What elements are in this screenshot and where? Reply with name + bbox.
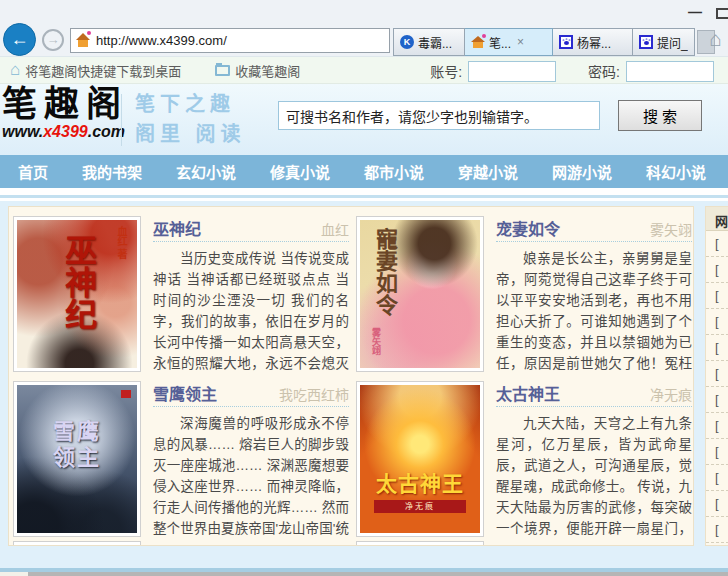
tab-bar: K 毒霸... 笔... × 杨幂... 提问_... xyxy=(393,28,695,56)
book-title-link[interactable]: 雪鹰领主 xyxy=(153,386,217,403)
bookmark-link-label: 收藏笔趣阁 xyxy=(235,61,300,80)
back-button[interactable]: ← xyxy=(3,23,36,56)
site-logo[interactable]: 笔趣阁 www.x4399.com xyxy=(2,85,128,141)
search-button[interactable]: 搜 索 xyxy=(618,100,702,131)
book-card: 雪鹰领主 雪鹰领主 我吃西红柿 深海魔兽的呼吸形成永不停息的风暴…… 熔岩巨人的… xyxy=(13,381,349,539)
slogan-line1: 笔下之趣 xyxy=(135,89,246,119)
tab-yangmi[interactable]: 杨幂... xyxy=(553,28,633,56)
page-content: 巫神纪 血红 著 巫神纪 血红 当历史变成传说 当传说变成神话 当神话都已经斑驳… xyxy=(0,201,728,576)
book-description: 当历史变成传说 当传说变成神话 当神话都已经斑驳点点 当时间的沙尘湮没一切 我们… xyxy=(153,248,349,374)
site-header: 笔趣阁 www.x4399.com 笔下之趣 阁里 阅读 搜 索 xyxy=(0,84,728,155)
sidebar-item[interactable]: [ xyxy=(706,335,728,361)
book-cover[interactable]: 太古神王 净无痕 xyxy=(356,381,484,537)
address-bar[interactable]: http://www.x4399.com/ ▾ ↻ xyxy=(70,28,390,53)
nav-item-xuanhuan[interactable]: 玄幻小说 xyxy=(176,161,236,182)
book-card: 寵妻如令 雾矢翊 宠妻如令 雾矢翊 娘亲是长公主，亲舅舅是皇帝，阿菀觉得自己这辈… xyxy=(356,216,692,374)
logo-domain: www.x4399.com xyxy=(2,123,128,141)
tab-tiwen[interactable]: 提问_... xyxy=(633,28,695,56)
sidebar-item[interactable]: [ xyxy=(706,491,728,517)
book-title-link[interactable]: 巫神纪 xyxy=(153,221,201,238)
book-recommend-panel: 巫神纪 血红 著 巫神纪 血红 当历史变成传说 当传说变成神话 当神话都已经斑驳… xyxy=(8,206,694,546)
baidu-paw-icon xyxy=(559,35,573,49)
account-input[interactable] xyxy=(468,61,556,82)
tab-biquge-active[interactable]: 笔... × xyxy=(465,28,553,56)
password-input[interactable] xyxy=(626,61,714,82)
site-favicon-icon xyxy=(76,33,90,47)
nav-item-wangyou[interactable]: 网游小说 xyxy=(552,161,612,182)
nav-item-dushi[interactable]: 都市小说 xyxy=(364,161,424,182)
main-nav: 首页 我的书架 玄幻小说 修真小说 都市小说 穿越小说 网游小说 科幻小说 xyxy=(0,155,728,188)
sidebar-item[interactable]: [ xyxy=(706,387,728,413)
k-logo-icon: K xyxy=(400,35,414,49)
tab-label: 毒霸... xyxy=(418,34,452,51)
book-author: 净无痕 xyxy=(650,384,692,404)
site-slogan: 笔下之趣 阁里 阅读 xyxy=(135,89,246,149)
cover-title-text: 寵妻如令 xyxy=(368,228,400,316)
book-description: 娘亲是长公主，亲舅舅是皇帝，阿菀觉得自己这辈子终于可以平平安安地活到老，再也不用… xyxy=(496,248,692,374)
tab-dubai[interactable]: K 毒霸... xyxy=(393,28,465,56)
sidebar-item[interactable]: [ xyxy=(706,439,728,465)
close-tab-icon[interactable]: × xyxy=(517,35,524,49)
book-title-link[interactable]: 宠妻如令 xyxy=(496,221,560,238)
cover-badge xyxy=(121,390,131,398)
sidebar-item[interactable]: [ xyxy=(706,257,728,283)
nav-item-kehuan[interactable]: 科幻小说 xyxy=(646,161,706,182)
header-separator xyxy=(0,188,728,198)
book-author: 我吃西红柿 xyxy=(279,384,349,404)
cover-author-text: 净无痕 xyxy=(374,500,466,513)
forward-button[interactable]: → xyxy=(42,29,64,51)
sidebar-panel: 网 [ [ [ [ [ [ [ [ [ [ [ [ xyxy=(705,206,728,546)
book-title-link[interactable]: 太古神王 xyxy=(496,386,560,403)
browser-window: — ← → http://www.x4399.com/ ▾ ↻ K 毒霸... … xyxy=(0,0,728,576)
next-row-cover-stub xyxy=(356,541,484,546)
tab-label: 笔... xyxy=(489,34,511,51)
book-description: 九天大陆，天穹之上有九条星河，亿万星辰，皆为武命星辰，武道之人，可沟通星辰，觉醒… xyxy=(496,413,692,539)
cover-title-text: 太古神王 xyxy=(360,467,480,497)
shortcut-download-link[interactable]: ⌂ 将笔趣阁快捷键下载到桌面 xyxy=(10,61,181,80)
password-label: 密码: xyxy=(588,61,620,81)
browser-chrome: — ← → http://www.x4399.com/ ▾ ↻ K 毒霸... … xyxy=(0,0,728,56)
nav-item-xiuzhen[interactable]: 修真小说 xyxy=(270,161,330,182)
folder-icon xyxy=(215,65,230,76)
account-label: 账号: xyxy=(430,61,462,81)
cover-title-text: 巫神纪 xyxy=(55,234,101,330)
cover-author-text: 血红 著 xyxy=(114,226,129,259)
home-favicon-icon xyxy=(471,36,485,49)
sidebar-item[interactable]: [ xyxy=(706,361,728,387)
book-author: 雾矢翊 xyxy=(650,219,692,239)
book-search-input[interactable] xyxy=(278,101,600,130)
home-icon[interactable]: ⌂ xyxy=(709,27,722,51)
shortcut-link-label: 将笔趣阁快捷键下载到桌面 xyxy=(25,61,181,80)
bookmark-site-link[interactable]: 收藏笔趣阁 xyxy=(215,61,300,80)
book-author: 血红 xyxy=(321,219,349,239)
sidebar-item[interactable]: [ xyxy=(706,309,728,335)
url-text[interactable]: http://www.x4399.com/ xyxy=(96,33,227,48)
minimize-button[interactable]: — xyxy=(688,4,702,20)
book-card: 太古神王 净无痕 太古神王 净无痕 九天大陆，天穹之上有九条星河，亿万星辰，皆为… xyxy=(356,381,692,539)
sidebar-header: 网 xyxy=(706,207,728,231)
baidu-paw-icon xyxy=(639,35,653,49)
sidebar-item[interactable]: [ xyxy=(706,283,728,309)
favorites-bar: ⌂ 将笔趣阁快捷键下载到桌面 收藏笔趣阁 账号: 密码: xyxy=(0,56,728,84)
nav-item-home[interactable]: 首页 xyxy=(18,161,48,182)
scrollbar-thumb[interactable] xyxy=(28,572,728,576)
book-cover[interactable]: 寵妻如令 雾矢翊 xyxy=(356,216,484,372)
book-card: 巫神纪 血红 著 巫神纪 血红 当历史变成传说 当传说变成神话 当神话都已经斑驳… xyxy=(13,216,349,374)
slogan-line2: 阁里 阅读 xyxy=(135,119,246,149)
tab-label: 提问_... xyxy=(657,34,688,51)
maximize-button[interactable] xyxy=(716,8,728,19)
nav-item-bookshelf[interactable]: 我的书架 xyxy=(82,161,142,182)
sidebar-item[interactable]: [ xyxy=(706,413,728,439)
book-cover[interactable]: 雪鹰领主 xyxy=(13,381,141,537)
logo-title: 笔趣阁 xyxy=(2,85,128,123)
sidebar-item[interactable]: [ xyxy=(706,465,728,491)
book-description: 深海魔兽的呼吸形成永不停息的风暴…… 熔岩巨人的脚步毁灭一座座城池…… 深渊恶魔… xyxy=(153,413,349,539)
cover-author-text: 雾矢翊 xyxy=(370,328,383,355)
cover-title-text: 雪鹰领主 xyxy=(50,419,104,471)
header-divider xyxy=(121,94,122,146)
sidebar-item[interactable]: [ xyxy=(706,231,728,257)
nav-item-chuanyue[interactable]: 穿越小说 xyxy=(458,161,518,182)
horizontal-scrollbar[interactable] xyxy=(0,572,728,576)
sidebar-item[interactable]: [ xyxy=(706,517,728,543)
book-cover[interactable]: 巫神纪 血红 著 xyxy=(13,216,141,372)
